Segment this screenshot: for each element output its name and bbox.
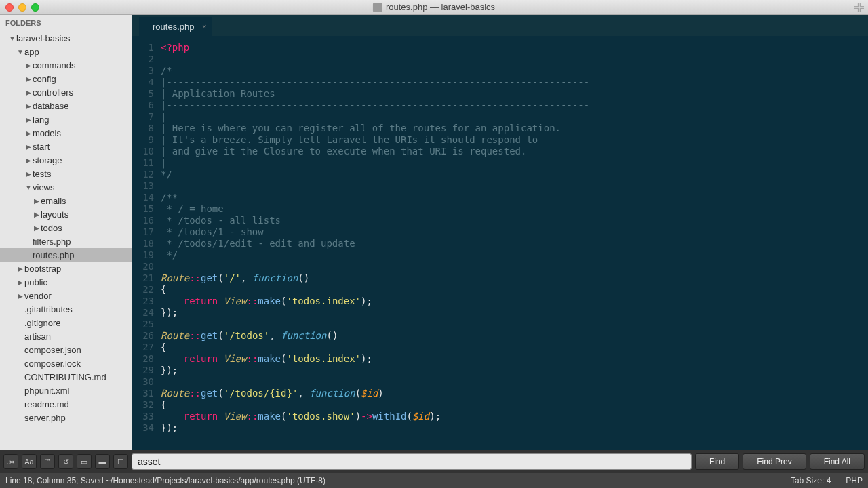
file-item[interactable]: .gitignore xyxy=(0,316,132,329)
tab-routes[interactable]: routes.php × xyxy=(139,17,212,36)
folder-item[interactable]: ▶controllers xyxy=(0,85,132,99)
twisty-icon: ▶ xyxy=(24,75,33,83)
window-title: routes.php — laravel-basics xyxy=(373,2,495,12)
twisty-icon: ▶ xyxy=(33,211,41,218)
wrap-toggle[interactable]: ↺ xyxy=(58,454,73,469)
tree-label: start xyxy=(33,142,50,152)
file-item[interactable]: composer.lock xyxy=(0,357,132,370)
twisty-icon: ▶ xyxy=(24,116,33,123)
sidebar-header: FOLDERS xyxy=(0,15,132,31)
file-item[interactable]: phpunit.xml xyxy=(0,384,132,397)
tree-label: bootstrap xyxy=(24,264,61,274)
in-selection-toggle[interactable]: ▭ xyxy=(77,454,92,469)
preserve-case-toggle[interactable]: ☐ xyxy=(113,454,128,469)
twisty-icon: ▼ xyxy=(24,184,33,191)
folder-item[interactable]: ▶commands xyxy=(0,58,132,72)
folder-item[interactable]: ▶storage xyxy=(0,153,132,167)
folder-item[interactable]: ▶models xyxy=(0,126,132,140)
find-bar: .∗ Aa “” ↺ ▭ ▬ ☐ Find Find Prev Find All xyxy=(0,450,868,473)
tree-label: composer.lock xyxy=(24,359,81,369)
line-gutter: 1234567891011121314151617181920212223242… xyxy=(132,37,161,450)
folder-item[interactable]: ▶tests xyxy=(0,167,132,180)
twisty-icon: ▼ xyxy=(16,48,24,56)
window-title-text: routes.php — laravel-basics xyxy=(386,2,495,12)
folder-item[interactable]: ▶start xyxy=(0,140,132,153)
file-item[interactable]: CONTRIBUTING.md xyxy=(0,370,132,384)
find-button[interactable]: Find xyxy=(695,453,739,470)
tree-label: vendor xyxy=(24,291,52,301)
twisty-icon: ▶ xyxy=(24,62,33,69)
tree-label: database xyxy=(33,101,69,111)
tree-label: config xyxy=(33,74,56,84)
regex-toggle[interactable]: .∗ xyxy=(3,454,18,469)
folder-item[interactable]: ▶layouts xyxy=(0,207,132,221)
tree-label: todos xyxy=(41,223,62,233)
twisty-icon: ▶ xyxy=(24,102,33,110)
tree-label: artisan xyxy=(24,331,51,342)
tree-label: public xyxy=(24,277,47,287)
php-file-icon xyxy=(373,3,382,12)
twisty-icon: ▶ xyxy=(24,143,33,150)
folder-item[interactable]: ▶todos xyxy=(0,221,132,235)
editor[interactable]: 1234567891011121314151617181920212223242… xyxy=(132,37,868,450)
tab-label: routes.php xyxy=(153,22,194,32)
minimize-window-button[interactable] xyxy=(18,3,26,12)
tree-label: CONTRIBUTING.md xyxy=(24,372,106,382)
file-item[interactable]: filters.php xyxy=(0,235,132,248)
tree-label: .gitattributes xyxy=(24,304,73,314)
whole-word-toggle[interactable]: “” xyxy=(40,454,55,469)
tree-label: routes.php xyxy=(33,250,74,260)
close-window-button[interactable] xyxy=(5,3,14,12)
status-message: Line 18, Column 35; Saved ~/Homestead/Pr… xyxy=(5,476,326,485)
folder-item[interactable]: ▶lang xyxy=(0,113,132,126)
folder-item[interactable]: ▼laravel-basics xyxy=(0,31,132,45)
folder-item[interactable]: ▼views xyxy=(0,180,132,194)
tree-label: .gitignore xyxy=(24,318,60,328)
tab-close-icon[interactable]: × xyxy=(202,22,206,30)
case-toggle[interactable]: Aa xyxy=(22,454,37,469)
folder-item[interactable]: ▶public xyxy=(0,275,132,289)
twisty-icon: ▶ xyxy=(24,170,33,178)
expand-icon[interactable] xyxy=(854,3,864,12)
minimap[interactable] xyxy=(856,37,868,450)
twisty-icon: ▶ xyxy=(24,129,33,137)
twisty-icon: ▶ xyxy=(24,89,33,96)
twisty-icon: ▶ xyxy=(33,197,41,205)
folder-item[interactable]: ▶bootstrap xyxy=(0,262,132,275)
file-item[interactable]: .gitattributes xyxy=(0,302,132,316)
folder-item[interactable]: ▼app xyxy=(0,45,132,58)
file-item[interactable]: artisan xyxy=(0,329,132,343)
status-language[interactable]: PHP xyxy=(846,476,863,485)
tree-label: storage xyxy=(33,155,62,165)
find-all-button[interactable]: Find All xyxy=(810,453,865,470)
tree-label: emails xyxy=(41,196,66,206)
folder-item[interactable]: ▶vendor xyxy=(0,289,132,302)
twisty-icon: ▼ xyxy=(8,35,16,42)
folder-item[interactable]: ▶emails xyxy=(0,194,132,207)
file-item[interactable]: readme.md xyxy=(0,397,132,411)
tree-label: views xyxy=(33,182,55,192)
tree-label: commands xyxy=(33,60,76,70)
tree-label: layouts xyxy=(41,209,68,220)
find-input[interactable] xyxy=(132,453,692,470)
status-tabsize[interactable]: Tab Size: 4 xyxy=(791,476,831,485)
highlight-toggle[interactable]: ▬ xyxy=(95,454,110,469)
zoom-window-button[interactable] xyxy=(31,3,39,12)
folder-item[interactable]: ▶database xyxy=(0,99,132,113)
folder-item[interactable]: ▶config xyxy=(0,72,132,85)
status-bar: Line 18, Column 35; Saved ~/Homestead/Pr… xyxy=(0,473,868,488)
file-item[interactable]: server.php xyxy=(0,411,132,424)
twisty-icon: ▶ xyxy=(33,224,41,232)
traffic-lights xyxy=(5,3,39,12)
twisty-icon: ▶ xyxy=(16,292,24,300)
tree-label: models xyxy=(33,128,61,138)
tree-label: laravel-basics xyxy=(16,33,70,43)
tree-label: controllers xyxy=(33,87,73,98)
find-prev-button[interactable]: Find Prev xyxy=(743,453,806,470)
file-item[interactable]: routes.php xyxy=(0,248,132,262)
title-bar: routes.php — laravel-basics xyxy=(0,0,868,15)
code-area[interactable]: <?php/*|--------------------------------… xyxy=(161,37,856,450)
file-item[interactable]: composer.json xyxy=(0,343,132,357)
tree-label: lang xyxy=(33,115,50,125)
twisty-icon: ▶ xyxy=(24,157,33,164)
